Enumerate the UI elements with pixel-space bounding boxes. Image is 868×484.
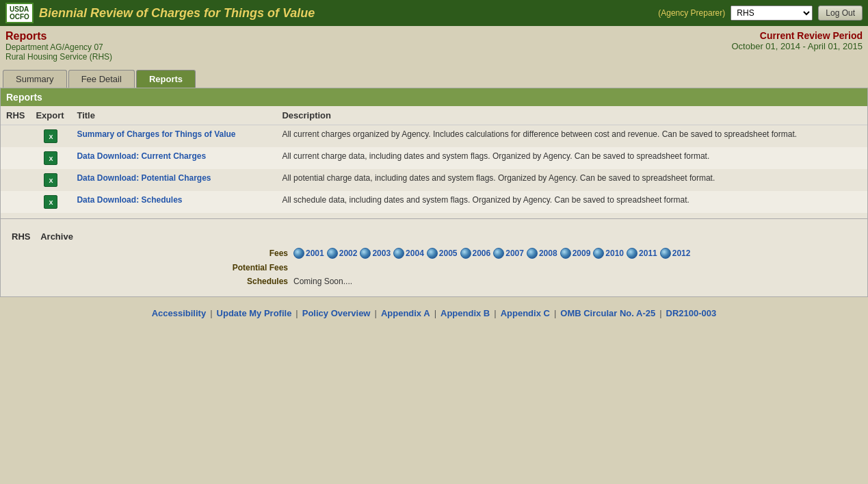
footer-separator: | [434,308,436,318]
archive-year-link[interactable]: 2006 [460,248,491,259]
archive-year-link[interactable]: 2002 [327,248,358,259]
tab-bar: Summary Fee Detail Reports [0,64,868,88]
title-cell: Data Download: Schedules [71,191,276,213]
usda-logo: USDA OCFO [5,3,34,23]
footer-separator: | [659,308,661,318]
header-left: USDA OCFO Biennial Review of Charges for… [5,3,315,23]
app-title: Biennial Review of Charges for Things of… [39,6,315,21]
globe-icon [427,248,438,259]
title-cell: Data Download: Potential Charges [71,169,276,191]
archive-year-link[interactable]: 2009 [560,248,591,259]
globe-icon [460,248,471,259]
footer-link[interactable]: Accessibility [152,308,207,318]
excel-icon[interactable]: X [44,195,57,209]
globe-icon [360,248,371,259]
globe-icon [660,248,671,259]
rhs-cell [1,125,30,148]
archive-year-link[interactable]: 2004 [393,248,424,259]
col-description: Description [276,106,867,125]
agency-name-label: Rural Housing Service (RHS) [5,52,112,62]
export-cell: X [30,125,71,148]
rhs-cell [1,147,30,169]
col-export: Export [30,106,71,125]
globe-icon [527,248,538,259]
report-link[interactable]: Data Download: Current Charges [77,151,206,161]
footer-link[interactable]: DR2100-003 [666,308,717,318]
globe-icon [493,248,504,259]
footer-link[interactable]: Appendix B [440,308,490,318]
info-left: Reports Department AG/Agency 07 Rural Ho… [5,30,112,62]
footer-separator: | [374,308,376,318]
desc-cell: All current charges organized by Agency.… [276,125,867,148]
globe-icon [627,248,637,259]
footer-link[interactable]: Appendix A [381,308,430,318]
archive-year-link[interactable]: 2003 [360,248,391,259]
rhs-cell [1,191,30,213]
archive-year-link[interactable]: 2010 [593,248,624,259]
globe-icon [560,248,571,259]
rhs-cell [1,169,30,191]
footer-separator: | [494,308,496,318]
export-cell: X [30,169,71,191]
archive-rhs-label: RHS [6,229,36,244]
table-row: X Summary of Charges for Things of Value… [1,125,867,148]
reports-table: RHS Export Title Description X Summary o… [1,106,867,213]
title-cell: Data Download: Current Charges [71,147,276,169]
archive-year-link[interactable]: 2005 [427,248,458,259]
department-label: Department AG/Agency 07 [5,42,112,52]
agency-select[interactable]: RHS [731,5,813,21]
globe-icon [393,248,404,259]
footer-link[interactable]: Update My Profile [217,308,292,318]
footer-separator: | [295,308,298,318]
table-row: X Data Download: Current Charges All cur… [1,147,867,169]
report-link[interactable]: Summary of Charges for Things of Value [77,129,235,139]
export-cell: X [30,191,71,213]
globe-icon [293,248,304,259]
footer-link[interactable]: OMB Circular No. A-25 [560,308,655,318]
potential-fees-label: Potential Fees [6,263,293,272]
archive-potential-fees-row: Potential Fees [1,261,867,275]
main-content: Reports RHS Export Title Description X S… [0,88,868,297]
tab-summary[interactable]: Summary [3,70,67,88]
excel-icon[interactable]: X [44,151,57,165]
excel-icon[interactable]: X [44,173,57,187]
section-divider [1,218,867,219]
globe-icon [593,248,604,259]
report-link[interactable]: Data Download: Schedules [77,195,182,205]
tab-reports[interactable]: Reports [136,70,196,88]
archive-year-link[interactable]: 2001 [293,248,324,259]
archive-year-link[interactable]: 2008 [527,248,557,259]
archive-year-link[interactable]: 2011 [627,248,657,259]
archive-year-link[interactable]: 2012 [660,248,691,259]
col-rhs: RHS [1,106,30,125]
tab-fee-detail[interactable]: Fee Detail [68,70,135,88]
footer-separator: | [210,308,212,318]
table-row: X Data Download: Schedules All schedule … [1,191,867,213]
footer-link[interactable]: Policy Overview [302,308,371,318]
page-title: Reports [5,30,112,42]
globe-icon [327,248,338,259]
header-right: (Agency Preparer) RHS Log Out [658,5,863,21]
footer: Accessibility|Update My Profile|Policy O… [0,297,868,329]
report-link[interactable]: Data Download: Potential Charges [77,173,211,183]
app-header: USDA OCFO Biennial Review of Charges for… [0,0,868,26]
review-period-label: Current Review Period [731,30,863,41]
footer-separator: | [554,308,556,318]
archive-schedules-row: Schedules Coming Soon.... [1,275,867,288]
desc-cell: All schedule data, including dates and s… [276,191,867,213]
footer-link[interactable]: Appendix C [501,308,550,318]
agency-preparer-label: (Agency Preparer) [658,8,725,18]
desc-cell: All current charge data, including dates… [276,147,867,169]
excel-icon[interactable]: X [44,129,57,143]
logout-button[interactable]: Log Out [818,5,863,21]
reports-section-header: Reports [1,88,867,106]
schedules-label: Schedules [6,277,293,286]
col-title: Title [71,106,276,125]
archive-fees-row: Fees 20012002200320042005200620072008200… [1,246,867,261]
archive-section: RHS Archive Fees 20012002200320042005200… [1,225,867,296]
fees-years: 2001200220032004200520062007200820092010… [293,248,690,259]
desc-cell: All potential charge data, including dat… [276,169,867,191]
archive-year-link[interactable]: 2007 [493,248,524,259]
review-period-dates: October 01, 2014 - April 01, 2015 [731,41,863,51]
title-cell: Summary of Charges for Things of Value [71,125,276,148]
